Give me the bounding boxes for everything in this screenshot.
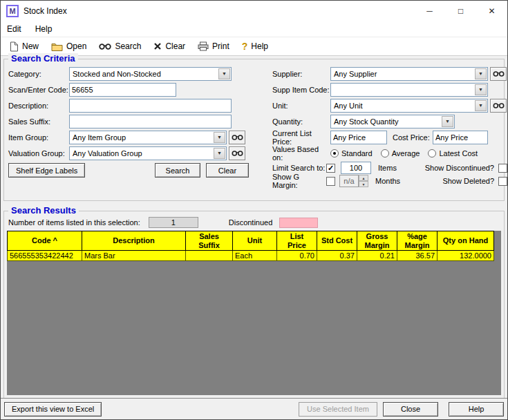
supp-item-code-select[interactable]: ▼	[330, 83, 488, 97]
sales-suffix-input[interactable]	[69, 115, 232, 128]
supp-item-code-row: Supp Item Code: ▼	[272, 82, 507, 97]
radio-standard-label: Standard	[341, 149, 373, 158]
cell-list-price: 0.70	[277, 251, 317, 261]
show-discontinued-label: Show Discontinued?	[425, 164, 494, 172]
help-button[interactable]: Help	[449, 402, 504, 417]
toolbar-open-button[interactable]: Open	[45, 39, 93, 53]
chevron-down-icon: ▼	[475, 100, 487, 111]
close-button[interactable]: Close	[383, 402, 438, 417]
header-qty-on-hand[interactable]: Qty on Hand	[438, 231, 494, 251]
supplier-value: Any Supplier	[331, 68, 474, 80]
chevron-down-icon: ▼	[214, 148, 225, 159]
close-window-button[interactable]: ✕	[476, 1, 507, 21]
header-gross-margin[interactable]: Gross Margin	[357, 231, 397, 251]
valuation-group-label: Valuation Group:	[8, 149, 69, 158]
toolbar-new-button[interactable]: New	[3, 39, 45, 54]
valuation-group-lookup-button[interactable]	[229, 146, 245, 160]
values-based-on-label: Values Based on:	[272, 145, 330, 162]
header-pct-margin[interactable]: %age Margin	[397, 231, 438, 251]
menu-help[interactable]: Help	[35, 24, 53, 34]
toolbar-help-label: Help	[251, 41, 268, 51]
toolbar-search-button[interactable]: Search	[93, 39, 147, 53]
item-group-select[interactable]: Any Item Group ▼	[69, 131, 227, 144]
menu-edit[interactable]: Edit	[7, 24, 21, 34]
spin-down-icon[interactable]: ▼	[359, 181, 368, 187]
toolbar-clear-button[interactable]: Clear	[147, 39, 191, 53]
toolbar-print-button[interactable]: Print	[191, 39, 236, 53]
binoculars-icon	[99, 43, 111, 50]
results-table: Code ^ Description Sales Suffix Unit Lis…	[7, 231, 494, 261]
cost-price-input[interactable]	[433, 131, 488, 144]
search-results-section: Search Results Number of items listed in…	[3, 211, 505, 399]
search-button[interactable]: Search	[155, 163, 200, 178]
valuation-group-value: Any Valuation Group	[70, 147, 213, 160]
current-list-price-label: Current List Price:	[272, 129, 330, 146]
g-margin-months-value[interactable]: n/a	[339, 175, 359, 187]
use-selected-item-button[interactable]: Use Selected Item	[299, 402, 377, 417]
maximize-button[interactable]: □	[445, 1, 476, 21]
clear-x-icon	[153, 42, 162, 50]
toolbar-new-label: New	[22, 41, 39, 51]
current-list-price-input[interactable]	[330, 131, 387, 144]
clear-button[interactable]: Clear	[206, 163, 249, 178]
results-grid-area: Code ^ Description Sales Suffix Unit Lis…	[7, 231, 501, 395]
unit-select[interactable]: Any Unit ▼	[330, 99, 488, 113]
header-sales-suffix[interactable]: Sales Suffix	[186, 231, 233, 251]
toolbar-search-label: Search	[115, 41, 141, 51]
binoculars-icon	[493, 102, 505, 109]
g-margin-months-spinner: n/a ▲ ▼	[339, 175, 368, 187]
shelf-edge-labels-button[interactable]: Shelf Edge Labels	[8, 163, 85, 178]
header-unit[interactable]: Unit	[233, 231, 277, 251]
unit-lookup-button[interactable]	[490, 99, 507, 113]
radio-latest-cost[interactable]	[428, 149, 436, 158]
table-row[interactable]: 566555353422442 Mars Bar Each 0.70 0.37 …	[8, 251, 494, 261]
search-criteria-title: Search Criteria	[8, 53, 78, 64]
category-select[interactable]: Stocked and Non-Stocked ▼	[69, 67, 232, 81]
discontinued-color-swatch	[279, 218, 318, 228]
quantity-label: Quantity:	[272, 117, 330, 126]
item-group-row: Item Group: Any Item Group ▼	[8, 130, 252, 144]
window-controls: ─ □ ✕	[414, 1, 507, 21]
category-value: Stocked and Non-Stocked	[70, 68, 218, 80]
header-code[interactable]: Code ^	[8, 231, 82, 251]
quantity-select[interactable]: Any Stock Quantity ▼	[330, 115, 455, 128]
show-discontinued-checkbox[interactable]	[498, 164, 507, 173]
cell-std-cost: 0.37	[317, 251, 357, 261]
header-list-price[interactable]: List Price	[277, 231, 317, 251]
quantity-value: Any Stock Quantity	[331, 115, 441, 128]
description-row: Description:	[8, 98, 252, 113]
minimize-button[interactable]: ─	[414, 1, 445, 21]
scan-code-input[interactable]	[69, 83, 176, 97]
supplier-lookup-button[interactable]	[490, 67, 507, 81]
help-question-icon: ?	[242, 41, 248, 51]
criteria-buttons-row: Shelf Edge Labels Search Clear	[8, 163, 249, 178]
limit-search-checkbox[interactable]: ✓	[326, 164, 335, 173]
toolbar-print-label: Print	[212, 41, 229, 51]
menubar: Edit Help	[1, 21, 507, 37]
toolbar-clear-label: Clear	[165, 41, 185, 51]
show-g-margin-checkbox[interactable]	[326, 177, 335, 186]
radio-average-label: Average	[392, 149, 420, 158]
unit-value: Any Unit	[331, 99, 474, 112]
valuation-group-select[interactable]: Any Valuation Group ▼	[69, 146, 227, 160]
radio-average[interactable]	[381, 149, 389, 158]
supplier-select[interactable]: Any Supplier ▼	[330, 67, 488, 81]
radio-standard[interactable]	[330, 149, 339, 158]
scan-code-row: Scan/Enter Code:	[8, 82, 252, 97]
binoculars-icon	[232, 150, 243, 157]
show-deleted-checkbox[interactable]	[498, 177, 507, 186]
limit-search-count-input[interactable]	[341, 162, 371, 174]
cell-qty-on-hand: 132.0000	[438, 251, 494, 261]
printer-icon	[198, 41, 209, 51]
spin-up-icon[interactable]: ▲	[359, 175, 368, 181]
export-to-excel-button[interactable]: Export this view to Excel	[4, 402, 102, 417]
description-input[interactable]	[69, 99, 232, 113]
toolbar-help-button[interactable]: ? Help	[236, 39, 274, 53]
header-description[interactable]: Description	[82, 231, 186, 251]
months-label: Months	[375, 177, 400, 185]
item-group-lookup-button[interactable]	[229, 131, 245, 144]
radio-latest-cost-label: Latest Cost	[439, 149, 478, 158]
titlebar: M Stock Index ─ □ ✕	[1, 1, 507, 21]
chevron-down-icon: ▼	[442, 116, 453, 127]
header-std-cost[interactable]: Std Cost	[317, 231, 357, 251]
